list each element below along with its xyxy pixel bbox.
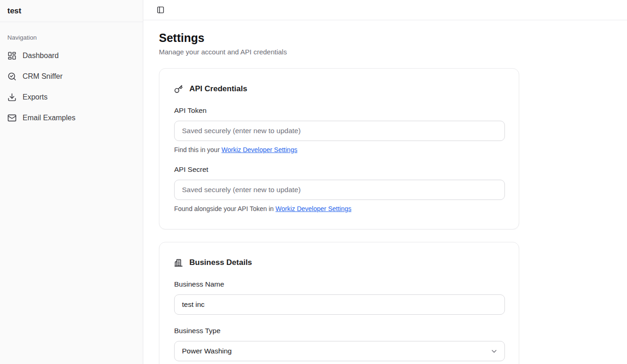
page-subtitle: Manage your account and API credentials xyxy=(159,48,627,56)
workiz-developer-settings-link[interactable]: Workiz Developer Settings xyxy=(275,205,352,212)
sidebar-item-label: Exports xyxy=(23,93,47,101)
api-secret-label: API Secret xyxy=(174,165,504,174)
business-type-select[interactable]: Power Washing xyxy=(174,341,505,361)
key-icon xyxy=(174,85,183,94)
api-secret-input[interactable] xyxy=(174,180,505,200)
sidebar: test Navigation Dashboard CRM Sniffer xyxy=(0,0,143,364)
sidebar-item-exports[interactable]: Exports xyxy=(7,89,135,106)
app-title: test xyxy=(7,6,21,16)
workiz-developer-settings-link[interactable]: Workiz Developer Settings xyxy=(222,146,298,153)
api-token-field-group: API Token Find this in your Workiz Devel… xyxy=(174,106,504,153)
api-token-helper: Find this in your Workiz Developer Setti… xyxy=(174,146,504,153)
mail-icon xyxy=(7,113,17,123)
sidebar-nav-section: Navigation Dashboard CRM Sniffer xyxy=(0,22,143,130)
business-name-label: Business Name xyxy=(174,280,504,288)
api-token-label: API Token xyxy=(174,106,504,115)
sidebar-header: test xyxy=(0,0,143,22)
api-secret-helper: Found alongside your API Token in Workiz… xyxy=(174,205,504,212)
business-type-value: Power Washing xyxy=(182,347,232,355)
sidebar-item-dashboard[interactable]: Dashboard xyxy=(7,47,135,64)
panel-left-icon xyxy=(157,6,164,14)
sidebar-item-crm-sniffer[interactable]: CRM Sniffer xyxy=(7,68,135,85)
business-name-input[interactable] xyxy=(174,294,505,315)
helper-text: Found alongside your API Token in xyxy=(174,205,275,212)
business-details-heading: Business Details xyxy=(174,258,504,267)
card-heading-text: Business Details xyxy=(189,258,252,267)
chevron-down-icon xyxy=(490,347,498,355)
sidebar-item-email-examples[interactable]: Email Examples xyxy=(7,110,135,126)
helper-text: Find this in your xyxy=(174,146,222,153)
api-token-input[interactable] xyxy=(174,121,505,141)
nav-section-label: Navigation xyxy=(7,34,135,41)
card-heading-text: API Credentials xyxy=(189,84,247,94)
api-credentials-card: API Credentials API Token Find this in y… xyxy=(159,68,519,229)
sidebar-item-label: CRM Sniffer xyxy=(23,72,63,81)
business-type-label: Business Type xyxy=(174,327,504,335)
business-type-field-group: Business Type Power Washing xyxy=(174,327,504,361)
sidebar-toggle-button[interactable] xyxy=(156,5,165,15)
search-check-icon xyxy=(7,72,17,81)
dashboard-icon xyxy=(7,51,17,60)
api-secret-field-group: API Secret Found alongside your API Toke… xyxy=(174,165,504,212)
api-credentials-heading: API Credentials xyxy=(174,84,504,94)
settings-page: Settings Manage your account and API cre… xyxy=(143,20,627,364)
main-area: Settings Manage your account and API cre… xyxy=(143,0,627,364)
business-details-card: Business Details Business Name Business … xyxy=(159,242,519,364)
building-icon xyxy=(174,258,183,267)
top-bar xyxy=(143,0,627,20)
page-title: Settings xyxy=(159,31,627,45)
sidebar-item-label: Dashboard xyxy=(23,52,59,60)
business-name-field-group: Business Name xyxy=(174,280,504,315)
sidebar-item-label: Email Examples xyxy=(23,114,76,122)
download-icon xyxy=(7,93,17,102)
